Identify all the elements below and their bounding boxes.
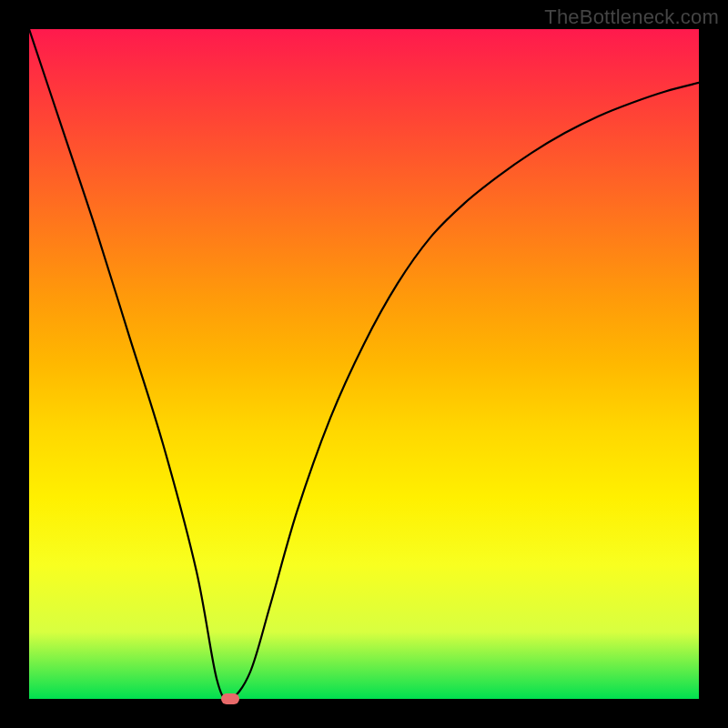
curve-svg — [29, 29, 699, 699]
watermark-text: TheBottleneck.com — [544, 5, 719, 29]
min-marker — [221, 693, 239, 704]
bottleneck-curve — [29, 29, 699, 699]
chart-frame: TheBottleneck.com — [0, 0, 728, 728]
plot-area — [29, 29, 699, 699]
